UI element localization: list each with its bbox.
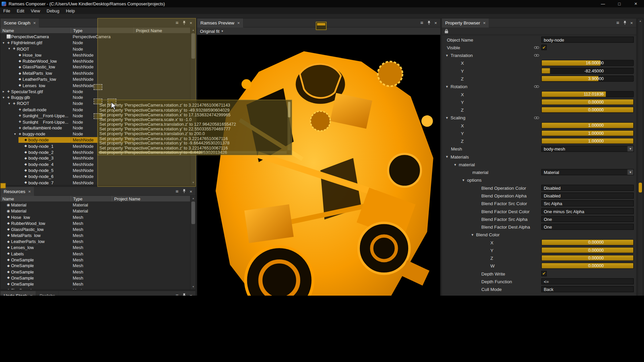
- scroll-down-icon[interactable]: ▼: [191, 285, 196, 290]
- property-scrollbar[interactable]: ▲ ▼: [637, 18, 643, 296]
- resource-row[interactable]: Labels Mesh: [0, 250, 190, 256]
- expander-icon[interactable]: ▾: [1, 41, 6, 45]
- lock-icon[interactable]: [444, 28, 448, 34]
- expander-icon[interactable]: ▾: [7, 47, 11, 51]
- chevron-down-icon[interactable]: ▾: [446, 116, 450, 120]
- resource-row[interactable]: FiveSamples Mesh: [0, 287, 190, 289]
- resource-row[interactable]: RubberWood_low Mesh: [0, 220, 190, 226]
- value-slider[interactable]: -82.45000: [541, 68, 634, 74]
- tab-scene-graph[interactable]: Scene Graph ×: [0, 18, 40, 27]
- menu-item[interactable]: File: [0, 8, 13, 13]
- expander-icon[interactable]: ▾: [1, 96, 6, 99]
- value-field[interactable]: body-node ▾: [541, 37, 634, 43]
- panel-close-icon[interactable]: ×: [190, 293, 192, 296]
- resource-row[interactable]: OneSample Mesh: [0, 263, 190, 269]
- pin-icon[interactable]: [182, 293, 186, 296]
- tab-close-icon[interactable]: ×: [30, 293, 33, 296]
- resource-row[interactable]: OneSample Mesh: [0, 269, 190, 275]
- maximize-button[interactable]: □: [611, 0, 628, 7]
- resources-scrollbar[interactable]: ▲ ▼: [190, 196, 196, 289]
- resource-row[interactable]: MetalParts_low Mesh: [0, 232, 190, 238]
- menu-item[interactable]: View: [28, 8, 43, 13]
- value-field[interactable]: One minus Src Alpha ▾: [541, 208, 634, 214]
- expander-icon[interactable]: ▾: [7, 102, 11, 105]
- pin-icon[interactable]: [182, 189, 186, 193]
- scroll-up-icon[interactable]: ▲: [191, 196, 196, 201]
- menu-item[interactable]: Edit: [13, 8, 28, 13]
- tab-ramses-preview[interactable]: Ramses Preview ×: [197, 18, 244, 27]
- tab-property-browser[interactable]: Property Browser ×: [442, 18, 489, 27]
- value-field[interactable]: One ▾: [541, 216, 634, 222]
- resource-row[interactable]: Lenses_low Mesh: [0, 244, 190, 250]
- resource-row[interactable]: Material Material: [0, 202, 190, 208]
- link-icon[interactable]: [534, 84, 541, 89]
- panel-menu-icon[interactable]: ≡: [176, 293, 179, 296]
- resource-row[interactable]: OneSample Mesh: [0, 257, 190, 263]
- value-slider[interactable]: 0.00000: [541, 99, 634, 105]
- checkbox[interactable]: ✔: [541, 45, 547, 50]
- checkbox[interactable]: ✔: [541, 271, 547, 276]
- resource-row[interactable]: OneSample Mesh: [0, 281, 190, 287]
- value-field[interactable]: Material ▾: [541, 169, 634, 175]
- value-field[interactable]: Disabled ▾: [541, 192, 634, 198]
- chevron-down-icon[interactable]: ▾: [454, 162, 459, 166]
- tab-close-icon[interactable]: ×: [33, 20, 36, 25]
- menu-item[interactable]: Help: [63, 8, 78, 13]
- link-icon[interactable]: [534, 115, 541, 120]
- value-slider[interactable]: 0.00000: [541, 247, 634, 253]
- tab-close-icon[interactable]: ×: [28, 189, 31, 194]
- value-slider[interactable]: 1.00000: [541, 122, 634, 128]
- scrollbar-handle[interactable]: [639, 183, 642, 192]
- panel-close-icon[interactable]: ×: [630, 20, 633, 25]
- value-slider[interactable]: 1.00000: [541, 138, 634, 144]
- value-field[interactable]: <= ▾: [541, 278, 634, 284]
- resource-row[interactable]: LeatherParts_low Mesh: [0, 238, 190, 244]
- value-field[interactable]: body-mesh ▾: [541, 146, 634, 152]
- resource-row[interactable]: Material Material: [0, 208, 190, 214]
- tab-close-icon[interactable]: ×: [483, 20, 486, 25]
- value-field[interactable]: Disabled ▾: [541, 185, 634, 191]
- scroll-up-icon[interactable]: ▲: [638, 18, 643, 23]
- chevron-down-icon[interactable]: ▾: [472, 233, 476, 237]
- expander-icon[interactable]: ▾: [13, 132, 17, 136]
- panel-close-icon[interactable]: ×: [190, 189, 192, 194]
- value-slider[interactable]: 16.00000: [541, 60, 634, 66]
- value-slider[interactable]: 1.00000: [541, 130, 634, 136]
- value-slider[interactable]: 3.90000: [541, 75, 634, 81]
- preview-viewport[interactable]: [197, 35, 440, 296]
- value-slider[interactable]: 112.01836: [541, 91, 634, 97]
- value-slider[interactable]: 0.00000: [541, 263, 634, 269]
- panel-menu-icon[interactable]: ≡: [420, 20, 423, 25]
- column-header-name[interactable]: Name: [0, 196, 71, 201]
- scrollbar-handle[interactable]: [192, 201, 195, 224]
- close-button[interactable]: ×: [628, 0, 644, 7]
- pin-icon[interactable]: [427, 20, 431, 25]
- value-slider[interactable]: 0.00000: [541, 255, 634, 261]
- value-slider[interactable]: 0.00000: [541, 107, 634, 113]
- resource-row[interactable]: OneSample Mesh: [0, 275, 190, 281]
- link-icon[interactable]: [534, 53, 541, 58]
- panel-menu-icon[interactable]: ≡: [616, 20, 619, 25]
- value-slider[interactable]: 0.00000: [541, 239, 634, 245]
- column-header-type[interactable]: Type: [71, 196, 112, 201]
- tab-prefabs[interactable]: Prefabs: [36, 291, 59, 296]
- menu-item[interactable]: Debug: [43, 8, 62, 13]
- chevron-down-icon[interactable]: ▾: [463, 178, 467, 182]
- column-header-project[interactable]: Project Name: [112, 196, 196, 201]
- fit-mode-select[interactable]: Original fit ▾: [200, 28, 223, 34]
- chevron-down-icon[interactable]: ▾: [446, 53, 450, 57]
- value-field[interactable]: One ▾: [541, 224, 634, 230]
- tab-undo-stack[interactable]: Undo Stack ×: [0, 291, 36, 296]
- panel-close-icon[interactable]: ×: [434, 20, 437, 25]
- link-icon[interactable]: [534, 45, 541, 50]
- minimize-button[interactable]: —: [595, 0, 611, 7]
- column-header-name[interactable]: Name: [0, 27, 71, 33]
- chevron-down-icon[interactable]: ▾: [446, 84, 450, 88]
- tab-close-icon[interactable]: ×: [237, 20, 240, 25]
- expander-icon[interactable]: ▸: [1, 89, 6, 93]
- chevron-down-icon[interactable]: ▾: [446, 155, 450, 159]
- resource-row[interactable]: Hose_low Mesh: [0, 214, 190, 220]
- value-field[interactable]: Back ▾: [541, 286, 634, 292]
- panel-menu-icon[interactable]: ≡: [176, 189, 179, 194]
- value-field[interactable]: Src Alpha ▾: [541, 200, 634, 206]
